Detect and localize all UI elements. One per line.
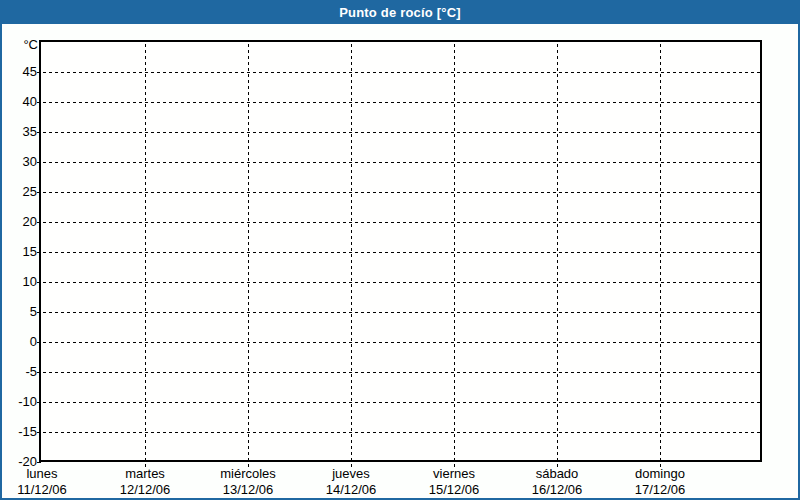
h-gridline <box>43 132 762 133</box>
h-gridline <box>43 372 762 373</box>
x-date-label: 12/12/06 <box>94 483 196 497</box>
h-gridline <box>43 282 762 283</box>
y-tick-label: 15 <box>2 245 37 259</box>
v-gridline <box>248 44 249 462</box>
y-axis-tick <box>37 372 41 373</box>
x-day-label: domingo <box>609 467 711 481</box>
y-tick-label: 35 <box>2 125 37 139</box>
h-gridline <box>43 192 762 193</box>
h-gridline <box>43 102 762 103</box>
h-gridline <box>43 432 762 433</box>
v-gridline <box>351 44 352 462</box>
h-gridline <box>43 252 762 253</box>
y-axis-tick <box>37 462 41 463</box>
y-axis-tick <box>37 252 41 253</box>
x-date-label: 11/12/06 <box>0 483 93 497</box>
x-day-label: jueves <box>300 467 402 481</box>
chart-layer: 454035302520151050-5-10-15-20lunes11/12/… <box>2 2 800 500</box>
x-date-label: 16/12/06 <box>506 483 608 497</box>
y-tick-label: 25 <box>2 185 37 199</box>
y-tick-label: 10 <box>2 275 37 289</box>
x-date-label: 13/12/06 <box>197 483 299 497</box>
y-axis-tick <box>37 72 41 73</box>
y-tick-label: 40 <box>2 95 37 109</box>
y-axis-tick <box>37 192 41 193</box>
y-tick-label: -10 <box>2 395 37 409</box>
x-day-label: lunes <box>0 467 93 481</box>
h-gridline <box>43 72 762 73</box>
h-gridline <box>43 402 762 403</box>
y-axis-tick <box>37 432 41 433</box>
v-gridline <box>145 44 146 462</box>
v-gridline <box>660 44 661 462</box>
y-axis-tick <box>37 402 41 403</box>
x-date-label: 14/12/06 <box>300 483 402 497</box>
y-tick-label: 30 <box>2 155 37 169</box>
v-gridline <box>454 44 455 462</box>
y-tick-label: -15 <box>2 425 37 439</box>
x-date-label: 17/12/06 <box>609 483 711 497</box>
chart-window: Punto de rocío [°C] °C 45403530252015105… <box>0 0 800 500</box>
v-gridline <box>557 44 558 462</box>
x-day-label: miércoles <box>197 467 299 481</box>
x-date-label: 15/12/06 <box>403 483 505 497</box>
h-gridline <box>43 312 762 313</box>
y-axis-tick <box>37 222 41 223</box>
h-gridline <box>43 162 762 163</box>
x-day-label: martes <box>94 467 196 481</box>
y-axis-tick <box>37 162 41 163</box>
x-day-label: sábado <box>506 467 608 481</box>
x-day-label: viernes <box>403 467 505 481</box>
h-gridline <box>43 222 762 223</box>
y-tick-label: 20 <box>2 215 37 229</box>
h-gridline <box>43 342 762 343</box>
y-tick-label: 45 <box>2 65 37 79</box>
y-axis-tick <box>37 132 41 133</box>
y-axis-tick <box>37 102 41 103</box>
y-axis-tick <box>37 342 41 343</box>
y-tick-label: -5 <box>2 365 37 379</box>
y-tick-label: 0 <box>2 335 37 349</box>
y-axis-tick <box>37 282 41 283</box>
y-axis-tick <box>37 312 41 313</box>
y-tick-label: 5 <box>2 305 37 319</box>
